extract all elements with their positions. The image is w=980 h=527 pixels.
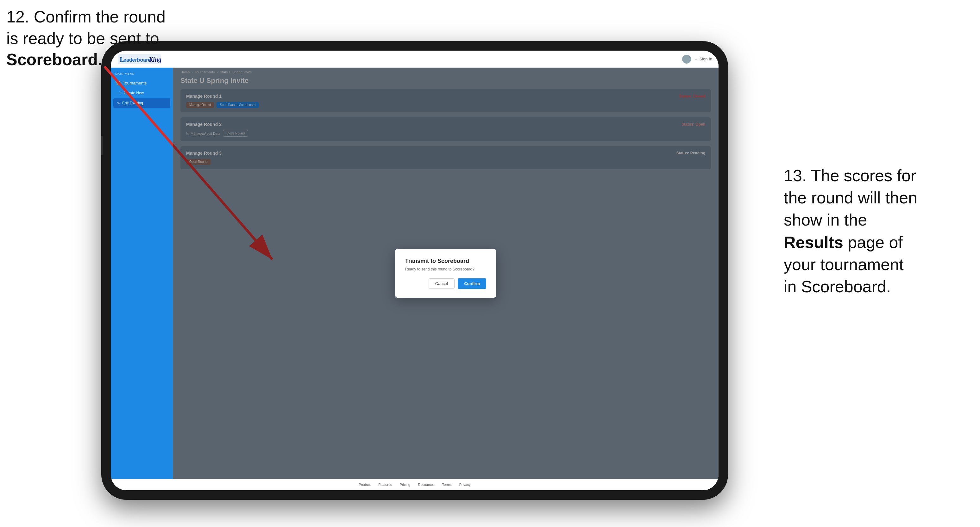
edit-icon: ✎ bbox=[117, 101, 120, 105]
sidebar-item-edit-existing[interactable]: ✎ Edit Existing bbox=[113, 98, 170, 108]
footer-product[interactable]: Product bbox=[359, 483, 371, 487]
sidebar-create-new-label: Create New bbox=[124, 91, 144, 95]
modal-cancel-button[interactable]: Cancel bbox=[429, 278, 455, 289]
modal-confirm-button[interactable]: Confirm bbox=[458, 278, 486, 289]
app-footer: Product Features Pricing Resources Terms… bbox=[111, 479, 719, 490]
top-nav: L eaderboard King → Sign In bbox=[111, 51, 719, 68]
sidebar-item-tournaments[interactable]: 🏆 Tournaments bbox=[111, 78, 173, 88]
content-area: Home › Tournaments › State U Spring Invi… bbox=[173, 68, 719, 479]
app-container: L eaderboard King → Sign In MA bbox=[111, 51, 719, 490]
annotation-right-line5: your tournament bbox=[784, 255, 904, 274]
modal-subtitle: Ready to send this round to Scoreboard? bbox=[405, 267, 486, 271]
annotation-right: 13. The scores for the round will then s… bbox=[784, 165, 967, 298]
sidebar-tournaments-label: Tournaments bbox=[123, 81, 146, 86]
footer-privacy[interactable]: Privacy bbox=[459, 483, 471, 487]
plus-icon: + bbox=[120, 91, 122, 95]
trophy-icon: 🏆 bbox=[115, 81, 120, 86]
main-menu-label: MAIN MENU bbox=[111, 72, 173, 78]
annotation-line3: Scoreboard. bbox=[6, 50, 102, 69]
annotation-line2: is ready to be sent to bbox=[6, 29, 159, 48]
modal-overlay: Transmit to Scoreboard Ready to send thi… bbox=[173, 68, 719, 479]
footer-terms[interactable]: Terms bbox=[442, 483, 452, 487]
tablet-side-button bbox=[101, 136, 103, 155]
footer-resources[interactable]: Resources bbox=[418, 483, 434, 487]
nav-right: → Sign In bbox=[682, 55, 712, 63]
footer-features[interactable]: Features bbox=[378, 483, 392, 487]
sidebar: MAIN MENU 🏆 Tournaments + Create New ✎ E… bbox=[111, 68, 173, 479]
sign-in-icon: → bbox=[694, 57, 698, 61]
annotation-right-line2: the round will then bbox=[784, 189, 917, 207]
footer-pricing[interactable]: Pricing bbox=[400, 483, 410, 487]
sidebar-item-create-new[interactable]: + Create New bbox=[111, 88, 173, 98]
annotation-right-line3: show in the bbox=[784, 211, 867, 229]
annotation-line1: 12. Confirm the round bbox=[6, 8, 165, 26]
annotation-right-bold: Results bbox=[784, 233, 843, 251]
annotation-right-line1: 13. The scores for bbox=[784, 167, 916, 185]
sign-in-label: Sign In bbox=[700, 57, 712, 61]
modal-title: Transmit to Scoreboard bbox=[405, 258, 486, 264]
tablet-device: L eaderboard King → Sign In MA bbox=[101, 41, 728, 500]
main-layout: MAIN MENU 🏆 Tournaments + Create New ✎ E… bbox=[111, 68, 719, 479]
avatar-icon bbox=[682, 55, 691, 63]
annotation-top-left: 12. Confirm the round is ready to be sen… bbox=[6, 6, 165, 71]
sidebar-edit-existing-label: Edit Existing bbox=[122, 101, 143, 105]
annotation-right-line6: in Scoreboard. bbox=[784, 278, 891, 296]
modal-buttons: Cancel Confirm bbox=[405, 278, 486, 289]
sign-in-btn[interactable]: → Sign In bbox=[694, 57, 712, 61]
tablet-screen: L eaderboard King → Sign In MA bbox=[111, 51, 719, 490]
modal-dialog: Transmit to Scoreboard Ready to send thi… bbox=[395, 249, 496, 298]
annotation-right-line4rest: page of bbox=[843, 233, 903, 251]
